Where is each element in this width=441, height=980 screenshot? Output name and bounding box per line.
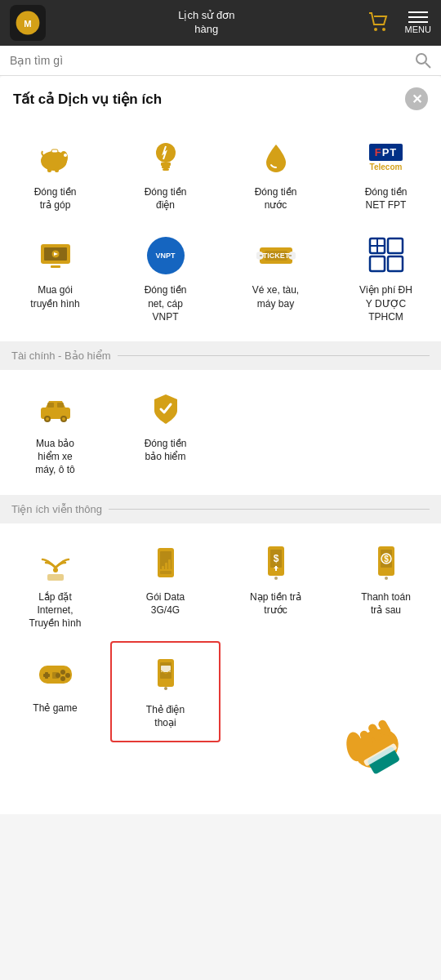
dhyduoc-icon — [365, 234, 408, 277]
service-the-dien-thoai[interactable]: Thẻ điệnthoại — [110, 641, 220, 742]
service-label: Đóng tiềnđiện — [145, 185, 187, 212]
modal-header: Tất cả Dịch vụ tiện ích ✕ — [0, 76, 441, 118]
svg-rect-10 — [55, 167, 59, 172]
svg-rect-35 — [57, 403, 64, 408]
svg-point-4 — [416, 54, 426, 64]
svg-rect-9 — [47, 167, 51, 172]
svg-point-37 — [46, 417, 49, 421]
svg-rect-44 — [160, 571, 172, 574]
svg-point-67 — [164, 687, 167, 690]
app-logo[interactable]: M — [10, 5, 46, 41]
water-icon — [255, 136, 297, 179]
service-label: Nạp tiền trảtrước — [250, 590, 301, 617]
service-label: Thẻ điệnthoại — [146, 703, 185, 729]
svg-point-40 — [53, 568, 58, 572]
service-label: Thẻ game — [33, 702, 77, 715]
svg-text:M: M — [24, 19, 31, 29]
insurance-car-icon — [34, 388, 77, 430]
service-dong-tien-nuoc[interactable]: Đóng tiềnnước — [220, 125, 331, 223]
service-goi-data-3g4g[interactable]: Gói Data3G/4G — [110, 530, 220, 642]
vnpt-icon: VNPT — [145, 234, 187, 277]
data-signal-icon — [145, 541, 187, 584]
service-thanh-toan-tra-sau[interactable]: $ Thanh toántrả sau — [331, 530, 441, 642]
svg-text:$: $ — [273, 553, 278, 564]
service-label: Đóng tiềnnet, cápVNPT — [145, 283, 187, 323]
service-label: Gói Data3G/4G — [146, 590, 185, 617]
svg-rect-45 — [162, 566, 164, 570]
modal-title: Tất cả Dịch vụ tiện ích — [13, 91, 162, 108]
search-bar — [0, 46, 441, 76]
service-ve-xe-tau-may-bay[interactable]: TICKET Vé xe, tàu,máy bay — [220, 223, 331, 335]
svg-rect-28 — [370, 256, 385, 271]
service-vien-phi-dhyduoc[interactable]: Viện phí ĐHY DƯỢCTPHCM — [331, 223, 441, 335]
top-bar-right: MENU — [368, 10, 431, 36]
service-label: Đóng tiềnnước — [255, 185, 297, 212]
fpt-icon: FPT Telecom — [365, 136, 408, 179]
svg-text:TICKET: TICKET — [262, 252, 289, 260]
svg-rect-11 — [51, 149, 58, 153]
service-label: Mua góitruyền hình — [30, 283, 79, 310]
service-label: Lắp đặtInternet,Truyền hình — [29, 590, 82, 630]
svg-rect-41 — [47, 574, 64, 581]
service-dong-tien-net-fpt[interactable]: FPT Telecom Đóng tiềnNET FPT — [331, 125, 441, 223]
svg-rect-47 — [168, 559, 171, 570]
hand-pointer-icon — [318, 700, 416, 798]
service-dong-tien-bao-hiem[interactable]: Đóng tiềnbảo hiểm — [110, 376, 220, 488]
svg-rect-18 — [51, 265, 60, 268]
svg-point-61 — [65, 673, 70, 678]
menu-button[interactable]: MENU — [405, 11, 431, 34]
top-bar: M Lịch sử đơn hàng MENU — [0, 0, 441, 46]
finance-section-divider: Tài chính - Bảo hiểm — [0, 341, 441, 370]
service-label: Thanh toántrả sau — [361, 590, 411, 617]
svg-rect-64 — [52, 672, 59, 679]
search-input[interactable] — [10, 54, 415, 67]
service-the-game[interactable]: Thẻ game — [0, 641, 110, 742]
svg-point-60 — [60, 670, 65, 675]
close-button[interactable]: ✕ — [405, 87, 428, 110]
telecom-section-label: Tiện ích viễn thông — [11, 503, 102, 515]
svg-rect-15 — [163, 168, 169, 171]
topup-icon: $ — [255, 541, 297, 584]
tv-icon — [34, 234, 77, 277]
finance-section-label: Tài chính - Bảo hiểm — [11, 350, 111, 362]
svg-rect-30 — [388, 256, 403, 271]
finance-grid: Mua bảohiểm xemáy, ô tô Đóng tiềnbảo hiể… — [0, 370, 441, 495]
services-modal: Tất cả Dịch vụ tiện ích ✕ Đóng tiềntrả g… — [0, 76, 441, 814]
service-label: Đóng tiềnNET FPT — [365, 185, 408, 212]
main-utilities-grid: Đóng tiềntrả góp Đóng tiềnđiện — [0, 118, 441, 341]
service-label: Mua bảohiểm xemáy, ô tô — [35, 437, 74, 477]
svg-rect-13 — [161, 163, 171, 166]
service-dong-tien-net-vnpt[interactable]: VNPT Đóng tiềnnet, cápVNPT — [110, 223, 220, 335]
svg-text:$: $ — [384, 555, 389, 564]
svg-rect-34 — [47, 403, 54, 408]
cart-icon[interactable] — [368, 10, 390, 36]
svg-point-2 — [374, 28, 377, 31]
service-label: Viện phí ĐHY DƯỢCTPHCM — [359, 283, 412, 323]
svg-rect-46 — [165, 563, 167, 570]
wifi-tv-icon — [34, 541, 77, 584]
service-lap-dat-internet[interactable]: Lắp đặtInternet,Truyền hình — [0, 530, 110, 642]
svg-rect-59 — [43, 674, 50, 677]
service-nap-tien-tra-truoc[interactable]: $ Nạp tiền trảtrước — [220, 530, 331, 642]
phone-card-icon — [145, 654, 187, 697]
ticket-icon: TICKET — [255, 234, 297, 277]
service-mua-goi-truyen-hinh[interactable]: Mua góitruyền hình — [0, 223, 110, 335]
piggy-icon — [34, 136, 77, 179]
service-dong-tien-dien[interactable]: Đóng tiềnđiện — [110, 125, 220, 223]
svg-rect-29 — [388, 238, 403, 253]
svg-point-50 — [274, 577, 278, 580]
service-mua-bao-hiem-xe[interactable]: Mua bảohiểm xemáy, ô tô — [0, 376, 110, 488]
service-label: Đóng tiềnbảo hiểm — [145, 437, 187, 463]
svg-point-54 — [385, 577, 388, 580]
postpaid-icon: $ — [365, 541, 408, 584]
service-label: Đóng tiềntrả góp — [34, 185, 77, 212]
history-label[interactable]: Lịch sử đơn hàng — [178, 9, 234, 37]
svg-point-62 — [60, 676, 65, 681]
divider-line — [118, 355, 430, 356]
service-dong-tien-tra-gop[interactable]: Đóng tiềntrả góp — [0, 125, 110, 223]
bottom-area — [0, 749, 441, 814]
search-icon[interactable] — [415, 52, 431, 69]
svg-line-5 — [425, 63, 430, 68]
insurance-shield-icon — [145, 388, 187, 430]
svg-rect-14 — [162, 166, 170, 168]
